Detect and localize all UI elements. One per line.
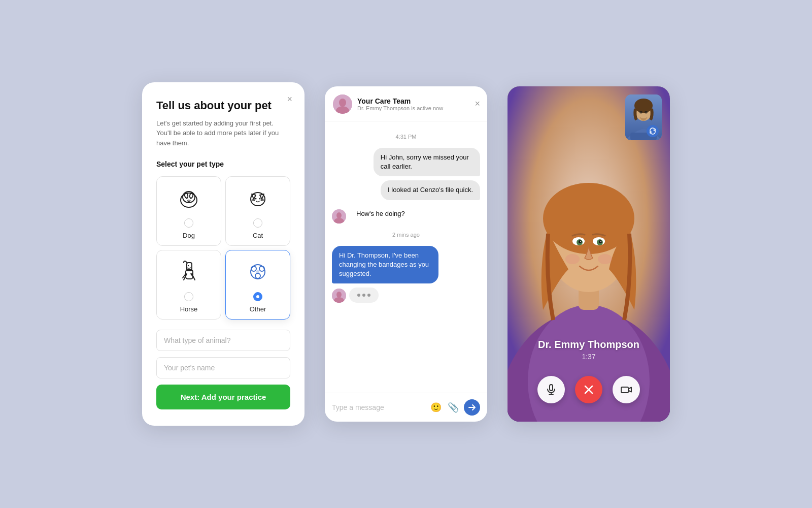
pet-card-other[interactable]: Other [225,250,290,320]
svg-point-5 [190,198,192,199]
typing-dot-2 [362,294,365,297]
svg-point-48 [639,111,642,114]
svg-point-27 [336,292,342,298]
svg-point-24 [336,212,342,218]
message-input[interactable] [332,403,425,411]
care-team-status: Dr. Emmy Thompson is active now [357,105,443,111]
doctor-name: Dr. Emmy Thompson [507,339,670,351]
panel-subtitle: Let's get started by adding your first p… [156,118,290,148]
typing-dot-3 [367,294,370,297]
video-call-info: Dr. Emmy Thompson 1:37 [507,339,670,361]
svg-point-11 [259,198,261,200]
pet-type-grid: Dog Cat [156,176,290,320]
pet-card-cat[interactable]: Cat [225,176,290,246]
animal-type-input[interactable] [156,330,290,351]
message-bubble: How's he doing? [349,204,412,224]
chat-header: Your Care Team Dr. Emmy Thompson is acti… [325,86,487,121]
pet-card-horse[interactable]: Horse [156,250,221,320]
message-bubble: Hi Dr. Thompson, I've been changing the … [332,246,438,284]
typing-row [332,288,480,303]
chat-messages-area: 4:31 PM Hi John, sorry we missed your ca… [325,121,487,393]
panel-title: Tell us about your pet [156,99,290,113]
dr-avatar-typing [332,289,346,303]
video-call-panel: Dr. Emmy Thompson 1:37 [507,86,670,422]
cat-radio [253,218,262,228]
timestamp-1: 4:31 PM [332,134,480,140]
svg-point-47 [634,99,653,113]
message-row: I looked at Cenzo's file quick. [332,180,480,200]
attachment-button[interactable]: 📎 [447,401,460,414]
svg-point-14 [188,265,189,266]
horse-label: Horse [180,305,198,313]
svg-point-40 [599,240,602,243]
cat-label: Cat [253,232,263,239]
svg-point-43 [565,254,580,264]
svg-point-17 [259,266,264,271]
dog-label: Dog [183,232,195,239]
message-bubble: I looked at Cenzo's file quick. [381,180,480,200]
dr-avatar-small [332,209,346,224]
next-button[interactable]: Next: Add your practice [156,385,290,409]
svg-point-21 [339,99,346,107]
other-radio [253,292,262,301]
chat-header-text: Your Care Team Dr. Emmy Thompson is acti… [357,97,443,111]
chat-panel: Your Care Team Dr. Emmy Thompson is acti… [325,86,487,422]
end-call-button[interactable] [575,376,602,403]
other-label: Other [250,305,266,313]
svg-point-49 [645,111,648,114]
timestamp-2: 2 mins ago [332,232,480,238]
emoji-icon: 🙂 [430,402,442,412]
chat-input-area: 🙂 📎 [325,393,487,422]
svg-point-41 [580,241,581,242]
typing-dot-1 [357,294,360,297]
section-label: Select your pet type [156,160,290,168]
care-team-name: Your Care Team [357,97,443,105]
emoji-button[interactable]: 🙂 [429,401,443,414]
horse-radio [184,292,193,301]
message-row: Hi Dr. Thompson, I've been changing the … [332,246,480,284]
svg-point-18 [255,273,260,278]
chat-close-button[interactable]: × [475,99,480,109]
pip-video [625,94,662,140]
svg-point-6 [188,200,190,201]
svg-rect-56 [621,387,628,393]
care-team-avatar [333,94,352,114]
svg-point-42 [600,241,601,242]
svg-point-10 [255,198,257,200]
cat-icon [245,185,271,214]
other-icon [245,259,271,288]
pet-card-dog[interactable]: Dog [156,176,221,246]
video-controls [507,376,670,403]
message-row: How's he doing? [332,204,480,224]
svg-point-16 [251,266,256,271]
typing-indicator [349,288,379,303]
svg-rect-51 [550,385,553,391]
svg-point-19 [256,270,259,273]
svg-point-4 [186,198,188,199]
send-button[interactable] [464,399,480,416]
message-bubble: Hi John, sorry we missed your call earli… [374,148,480,176]
pet-name-input[interactable] [156,357,290,378]
horse-icon [176,259,202,288]
message-row: Hi John, sorry we missed your call earli… [332,148,480,176]
dog-radio [184,218,193,228]
svg-point-44 [598,254,612,264]
call-timer: 1:37 [507,353,670,361]
mute-button[interactable] [537,376,565,403]
svg-point-39 [579,240,582,243]
paperclip-icon: 📎 [448,402,459,412]
camera-switch-button[interactable] [647,125,659,137]
close-button[interactable]: × [285,92,294,106]
pet-selection-panel: × Tell us about your pet Let's get start… [142,82,304,426]
dog-icon [176,185,202,214]
camera-button[interactable] [613,376,640,403]
